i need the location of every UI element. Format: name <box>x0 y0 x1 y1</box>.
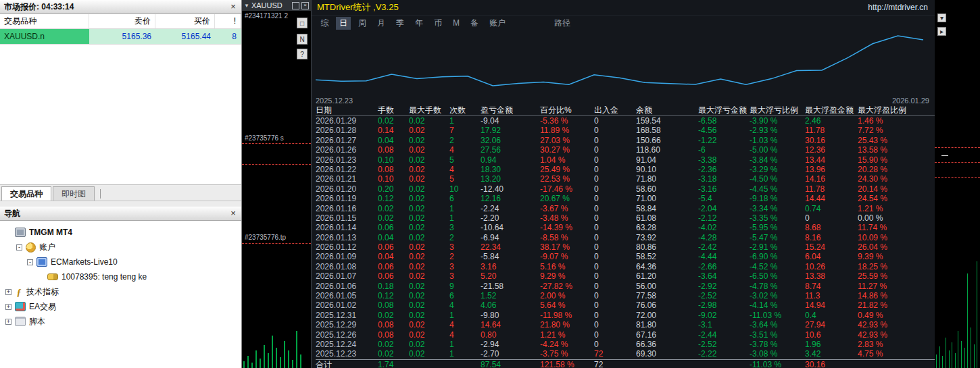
stats-cell: 0 <box>594 155 636 165</box>
stats-cell: 0 <box>594 291 636 300</box>
nav-item[interactable]: +EA交易 <box>0 299 241 314</box>
chart-shift-button[interactable]: ▸ <box>937 27 946 36</box>
nav-item-label: 账户 <box>39 242 55 253</box>
stats-menu-item-账户[interactable]: 账户 <box>486 17 509 30</box>
stats-cell: -5.95 % <box>750 223 805 232</box>
volume-bar <box>936 354 937 368</box>
stats-cell: 0.04 <box>378 136 409 145</box>
stats-cell: 0 <box>594 223 636 232</box>
volume-bar <box>260 359 261 368</box>
stats-row: 2026.01.210.100.02513.2022.53 %071.80-3.… <box>316 174 935 184</box>
stats-menu-item-路径[interactable]: 路径 <box>551 17 574 30</box>
symbol-cell[interactable]: XAUUSD.n <box>0 29 89 44</box>
stats-cell: 72.00 <box>636 311 698 320</box>
stats-cell: 91.04 <box>636 155 698 165</box>
stats-cell: 1.46 % <box>858 116 914 126</box>
stats-cell: -2.44 <box>698 330 750 340</box>
restore-window-icon[interactable] <box>292 2 299 9</box>
stats-cell: 9.39 % <box>858 252 914 261</box>
nav-item[interactable]: 10078395: teng teng ke <box>0 269 241 284</box>
collapse-icon[interactable]: - <box>27 259 33 265</box>
stats-cell: 4.06 <box>481 300 540 310</box>
stats-cell: 2026.01.16 <box>316 204 378 213</box>
price-line <box>935 162 980 163</box>
tab-symbols[interactable]: 交易品种 <box>1 186 51 201</box>
stats-cell: -3.38 <box>698 155 750 165</box>
ask-cell: 5165.44 <box>155 29 215 44</box>
stats-cell: 15.24 <box>805 242 858 252</box>
stats-menu-item-季[interactable]: 季 <box>393 17 408 30</box>
chart-window-header[interactable]: ▼ XAUUSD × <box>242 0 311 11</box>
collapse-icon[interactable]: - <box>16 244 22 251</box>
expand-icon[interactable]: + <box>5 289 11 295</box>
stats-cell: 4 <box>449 300 481 310</box>
stats-cell: 0.02 <box>378 204 409 213</box>
stats-header-row: 日期手数最大手数次数盈亏金额百分比%出入金余额最大浮亏金额最大浮亏比例最大浮盈金… <box>316 105 935 116</box>
tab-tick-chart[interactable]: 即时图 <box>53 186 95 201</box>
stats-cell: -21.58 <box>481 282 540 291</box>
expand-icon[interactable]: + <box>5 304 11 310</box>
volume-bar <box>955 353 956 368</box>
stats-cell: -9.18 % <box>750 194 805 203</box>
stats-cell: 1 <box>449 349 481 359</box>
stats-menu-item-备[interactable]: 备 <box>467 17 482 30</box>
stats-cell: 7.72 % <box>858 126 914 135</box>
volume-bar <box>288 350 289 368</box>
stats-cell: -1.22 <box>698 136 750 145</box>
stats-cell: -2.52 <box>698 291 750 300</box>
stats-menu-item-日[interactable]: 日 <box>336 17 351 30</box>
nav-item[interactable]: +ƒ技术指标 <box>0 284 241 299</box>
stats-row: 2026.01.290.020.021-9.04-5.36 %0159.54-6… <box>316 116 935 126</box>
stats-menu-item-币[interactable]: 币 <box>431 17 445 30</box>
close-window-icon[interactable]: × <box>301 2 309 9</box>
nav-item[interactable]: +脚本 <box>0 314 241 329</box>
chart-n-button[interactable]: N <box>297 34 308 45</box>
stats-cell: 8.68 <box>805 223 858 232</box>
stats-cell: 0.74 <box>805 204 858 213</box>
stats-cell: 0.02 <box>378 213 409 223</box>
nav-item[interactable]: -ECMarkets-Live10 <box>0 255 241 269</box>
stats-cell: -3.16 <box>698 184 750 194</box>
stats-menu-item-月[interactable]: 月 <box>374 17 389 30</box>
stats-cell: 0.02 <box>409 184 449 194</box>
scripts-icon <box>15 317 26 326</box>
tab-divider <box>100 189 101 199</box>
stats-row: 2026.01.120.060.02322.3438.17 %080.86-2.… <box>316 242 935 252</box>
nav-item[interactable]: TMGM MT4 <box>0 225 241 240</box>
stats-cell: 17.92 <box>481 126 540 135</box>
market-watch-row-xauusd[interactable]: XAUUSD.n 5165.36 5165.44 8 <box>0 29 241 45</box>
stats-cell: 0 <box>805 213 858 223</box>
volume-bar <box>958 331 958 368</box>
stats-cell: -3.75 % <box>540 349 594 359</box>
order-tp-label: #23735776.tp <box>245 234 286 241</box>
chart-scroll-button[interactable]: ▾ <box>937 14 946 22</box>
nav-item[interactable]: -账户 <box>0 240 241 255</box>
stats-cell <box>636 360 698 368</box>
chart-copy-button[interactable]: □ <box>297 18 308 28</box>
stats-menu-item-年[interactable]: 年 <box>412 17 426 30</box>
stats-menu-item-综[interactable]: 综 <box>317 17 332 30</box>
stats-cell: 21.80 % <box>540 320 594 330</box>
volume-bar <box>977 261 977 368</box>
stats-cell: 0 <box>594 165 636 174</box>
stats-cell: -5.36 % <box>540 116 594 126</box>
expand-icon[interactable]: + <box>5 319 11 325</box>
stats-cell: -5.00 % <box>750 145 805 155</box>
stats-cell: 2026.01.08 <box>316 262 378 271</box>
stats-cell: 1 <box>449 204 481 213</box>
stats-cell: -4.78 % <box>750 282 805 291</box>
chart-help-button[interactable]: ? <box>297 49 308 59</box>
volume-bar <box>961 341 962 368</box>
stats-cell: -6.50 % <box>750 271 805 281</box>
close-icon[interactable]: × <box>228 2 239 12</box>
stats-url-link[interactable]: http://mtdriver.cn <box>868 3 928 12</box>
close-icon[interactable]: × <box>228 209 239 219</box>
stats-cell: 2026.01.21 <box>316 174 378 184</box>
stats-menu-item-M[interactable]: M <box>449 18 463 28</box>
order-label: #234171321 2 <box>245 12 288 20</box>
stats-cell: 1.74 <box>378 360 409 368</box>
stats-cell: 4.75 % <box>858 349 914 359</box>
stats-menu-item-周[interactable]: 周 <box>355 17 370 30</box>
stats-cell: 0.02 <box>409 136 449 145</box>
stats-cell: 0.02 <box>409 340 449 349</box>
